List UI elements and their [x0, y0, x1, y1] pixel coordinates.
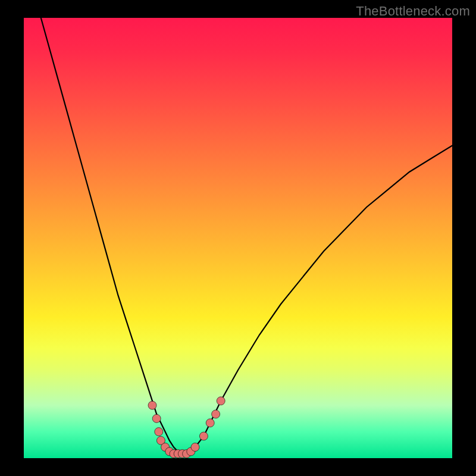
data-point [148, 401, 156, 409]
data-point [212, 410, 220, 418]
data-point [155, 428, 163, 436]
data-point [217, 397, 225, 405]
bottleneck-curve [41, 18, 452, 454]
chart-frame: TheBottleneck.com [0, 0, 476, 476]
data-point [191, 443, 199, 452]
watermark-text: TheBottleneck.com [356, 4, 470, 19]
curve-svg [24, 18, 452, 458]
data-point [206, 419, 214, 427]
data-points-group [148, 397, 225, 458]
data-point [152, 414, 161, 422]
data-point [199, 432, 208, 440]
plot-area [24, 18, 452, 458]
